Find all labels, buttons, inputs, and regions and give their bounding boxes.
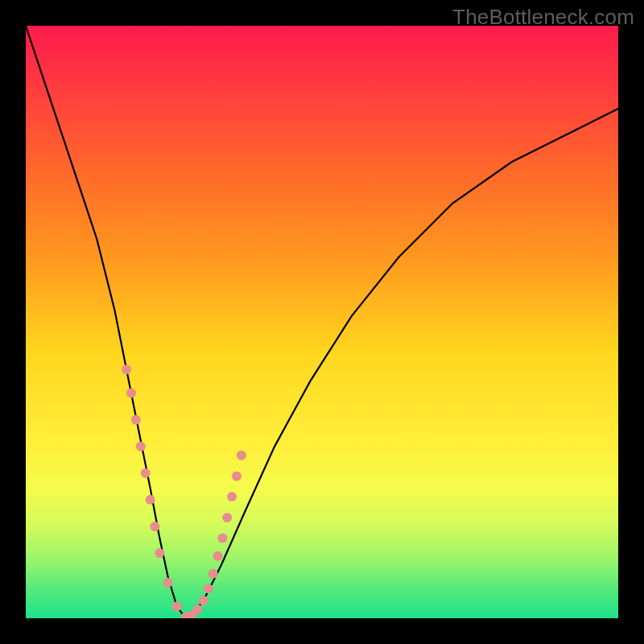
plot-area xyxy=(26,26,618,618)
highlight-dot xyxy=(222,513,232,522)
highlight-dot xyxy=(126,388,136,398)
highlight-dot xyxy=(146,495,155,505)
highlight-dot xyxy=(150,522,159,531)
highlight-dot xyxy=(141,469,151,478)
chart-frame: TheBottleneck.com xyxy=(0,0,644,644)
highlight-dot xyxy=(213,551,223,561)
bottleneck-curve xyxy=(26,26,618,618)
highlight-dot xyxy=(172,601,182,611)
highlight-dot xyxy=(199,596,208,605)
highlight-dot xyxy=(136,442,146,452)
highlight-dot xyxy=(155,548,164,558)
highlight-dot xyxy=(208,569,218,579)
highlight-dot xyxy=(131,415,141,424)
highlight-dot xyxy=(227,492,237,502)
highlight-dot xyxy=(122,365,131,374)
highlight-dot xyxy=(232,471,242,481)
highlight-dot xyxy=(217,534,227,543)
highlight-dot xyxy=(237,451,246,460)
highlight-dot xyxy=(192,605,202,614)
highlight-dot xyxy=(163,578,173,588)
chart-svg xyxy=(26,26,618,618)
highlight-dot xyxy=(204,584,213,593)
highlight-dots xyxy=(122,365,246,618)
